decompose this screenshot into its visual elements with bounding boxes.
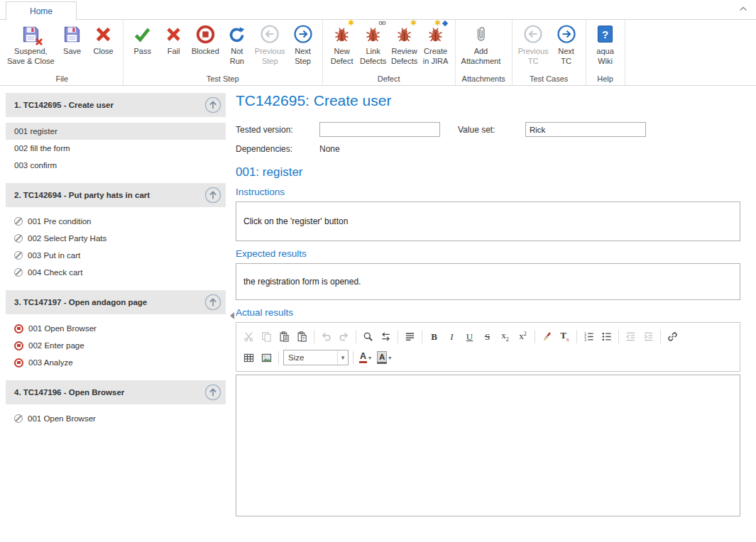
test-step-item[interactable]: 001 register bbox=[6, 123, 226, 140]
bullet-list-button[interactable] bbox=[598, 328, 615, 345]
scroll-to-top-icon[interactable] bbox=[204, 96, 221, 114]
test-step-label: 003 confirm bbox=[14, 161, 57, 170]
outdent-button[interactable] bbox=[622, 328, 640, 345]
not-run-button[interactable]: Not Run bbox=[221, 21, 253, 74]
close-button[interactable]: Close bbox=[88, 21, 119, 74]
replace-button[interactable] bbox=[377, 328, 395, 345]
test-step-item[interactable]: 001 Open Browser bbox=[6, 320, 226, 337]
remove-format-button[interactable]: Tx bbox=[556, 328, 574, 345]
tab-home[interactable]: Home bbox=[6, 1, 77, 21]
scroll-to-top-icon[interactable] bbox=[204, 187, 221, 204]
pass-button[interactable]: Pass bbox=[127, 21, 158, 74]
cut-button[interactable] bbox=[240, 328, 258, 345]
superscript-button[interactable]: x2 bbox=[514, 328, 532, 345]
instructions-text: Click on the 'register' button bbox=[243, 216, 348, 226]
subscript-button[interactable]: x2 bbox=[496, 328, 514, 345]
next-tc-button[interactable]: Next TC bbox=[551, 21, 582, 74]
expected-results-label: Expected results bbox=[236, 248, 740, 259]
fail-button[interactable]: Fail bbox=[158, 21, 190, 74]
paste-plain-button[interactable]: T bbox=[293, 328, 311, 345]
testcase-header[interactable]: 1. TC142695 - Create user bbox=[6, 93, 226, 117]
testcase-header[interactable]: 2. TC142694 - Put party hats in cart bbox=[6, 183, 226, 207]
collapse-ribbon-button[interactable] bbox=[739, 6, 747, 11]
test-step-item[interactable]: 003 confirm bbox=[6, 157, 226, 174]
value-set-input[interactable] bbox=[525, 122, 646, 137]
undo-button[interactable] bbox=[317, 328, 335, 345]
sidebar-splitter[interactable] bbox=[229, 87, 236, 542]
test-step-item[interactable]: 003 Analyze bbox=[6, 354, 226, 371]
ribbon-button-label: Pass bbox=[133, 47, 150, 57]
testcase-title: 2. TC142694 - Put party hats in cart bbox=[14, 191, 204, 199]
testcase-header[interactable]: 4. TC147196 - Open Browser bbox=[6, 380, 226, 404]
next-step-button[interactable]: Next Step bbox=[287, 21, 319, 74]
create-in-jira-icon: ∗ bbox=[426, 23, 445, 45]
new-defect-icon: ∗ bbox=[332, 23, 351, 45]
toolbar-separator bbox=[535, 330, 535, 343]
paragraph-format-button[interactable] bbox=[401, 328, 419, 345]
content-area: 1. TC142695 - Create user001 register002… bbox=[0, 87, 756, 542]
paste-button[interactable] bbox=[275, 328, 293, 345]
toolbar-separator bbox=[576, 330, 577, 343]
find-button[interactable] bbox=[359, 328, 377, 345]
aqua-wiki-button[interactable]: ?aqua Wiki bbox=[590, 21, 621, 74]
new-defect-button[interactable]: ∗New Defect bbox=[327, 21, 358, 74]
test-step-item[interactable]: 002 Enter page bbox=[6, 337, 226, 354]
review-defects-button[interactable]: ∗Review Defects bbox=[389, 21, 420, 74]
bold-icon: B bbox=[431, 332, 437, 341]
format-painter-button[interactable] bbox=[538, 328, 556, 345]
test-step-item[interactable]: 004 Check cart bbox=[6, 264, 226, 281]
aqua-wiki-icon: ? bbox=[597, 23, 613, 45]
link-button[interactable] bbox=[664, 328, 681, 345]
text-color-button[interactable]: A▾ bbox=[356, 349, 374, 366]
insert-image-button[interactable] bbox=[258, 349, 275, 366]
toolbar-separator bbox=[314, 330, 314, 343]
indent-button[interactable] bbox=[640, 328, 657, 345]
italic-button[interactable]: I bbox=[443, 328, 461, 345]
bold-button[interactable]: B bbox=[425, 328, 443, 345]
ribbon-group-help: ?aqua WikiHelp bbox=[586, 20, 625, 85]
create-in-jira-button[interactable]: ∗Create in JIRA bbox=[420, 21, 451, 74]
ribbon-button-label: Previous Step bbox=[255, 47, 285, 67]
test-step-item[interactable]: 003 Put in cart bbox=[6, 247, 226, 264]
underline-button[interactable]: U bbox=[461, 328, 478, 345]
tested-version-input[interactable] bbox=[319, 122, 440, 137]
suspend-save-close-button[interactable]: Suspend, Save & Close bbox=[5, 21, 57, 74]
bullet-list-icon bbox=[601, 331, 612, 342]
paste-plain-icon: T bbox=[297, 331, 307, 342]
copy-button[interactable] bbox=[258, 328, 275, 345]
test-step-item[interactable]: 002 Select Party Hats bbox=[6, 230, 226, 247]
add-attachment-button[interactable]: Add Attachment bbox=[459, 21, 503, 74]
previous-step-button[interactable]: Previous Step bbox=[253, 21, 287, 74]
blocked-status-icon bbox=[14, 324, 23, 333]
cut-icon bbox=[243, 331, 254, 342]
font-size-select[interactable]: Size ▾ bbox=[283, 350, 349, 365]
test-step-item[interactable]: 002 fill the form bbox=[6, 140, 226, 157]
link-defects-button[interactable]: Link Defects bbox=[358, 21, 389, 74]
previous-tc-button[interactable]: Previous TC bbox=[516, 21, 551, 74]
scroll-to-top-icon[interactable] bbox=[204, 294, 221, 311]
ribbon-group-label: Help bbox=[587, 74, 624, 85]
test-step-item[interactable]: 001 Open Browser bbox=[6, 410, 226, 427]
review-defects-icon: ∗ bbox=[395, 23, 414, 45]
ribbon-button-label: Next Step bbox=[295, 47, 311, 67]
chevron-down-icon: ▾ bbox=[337, 350, 348, 365]
ribbon-button-label: Add Attachment bbox=[461, 47, 501, 67]
actual-results-editor[interactable] bbox=[236, 375, 740, 516]
save-button[interactable]: Save bbox=[57, 21, 88, 74]
testcase-header[interactable]: 3. TC147197 - Open andagon page bbox=[6, 290, 226, 314]
svg-text:3: 3 bbox=[584, 338, 586, 341]
redo-button[interactable] bbox=[335, 328, 353, 345]
undo-icon bbox=[321, 331, 332, 342]
collapse-sidebar-icon[interactable] bbox=[230, 312, 234, 319]
tested-version-row: Tested version: Value set: bbox=[236, 122, 740, 137]
test-step-item[interactable]: 001 Pre condition bbox=[6, 213, 226, 230]
not-run-icon bbox=[227, 23, 246, 45]
numbered-list-icon: 123 bbox=[584, 331, 594, 342]
scroll-to-top-icon[interactable] bbox=[204, 384, 221, 401]
blocked-button[interactable]: Blocked bbox=[190, 21, 221, 74]
strikethrough-button[interactable]: S bbox=[478, 328, 496, 345]
background-color-button[interactable]: A▾ bbox=[374, 349, 394, 366]
test-step-label: 001 Pre condition bbox=[28, 217, 92, 226]
insert-table-button[interactable] bbox=[240, 349, 258, 366]
numbered-list-button[interactable]: 123 bbox=[580, 328, 598, 345]
